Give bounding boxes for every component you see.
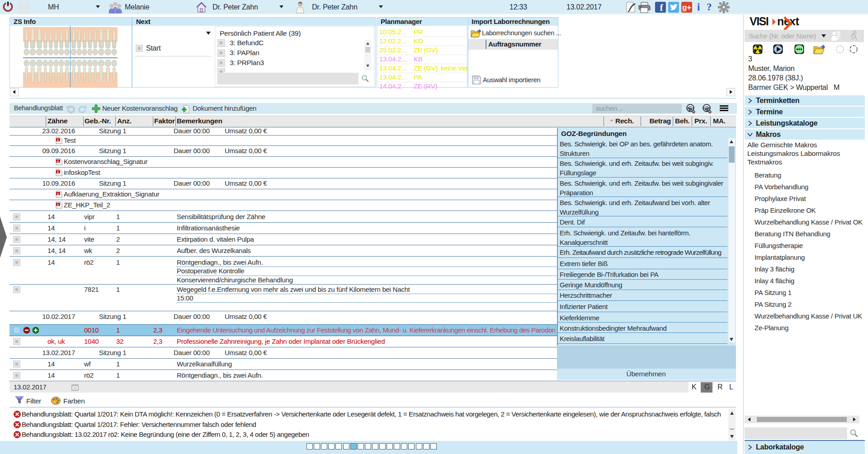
svg-text:xt: xt (789, 15, 799, 28)
svg-text:VISI: VISI (750, 15, 769, 28)
